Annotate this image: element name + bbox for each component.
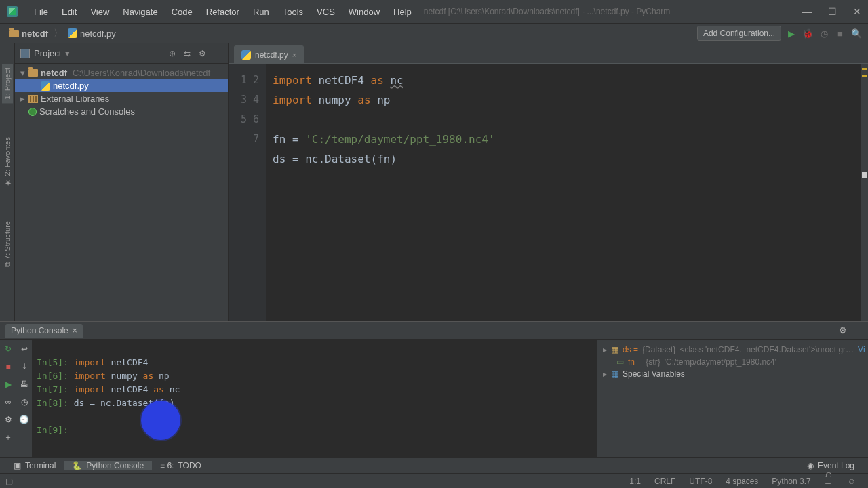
code-area[interactable]: import netCDF4 as nc import numpy as np …	[266, 64, 860, 321]
stop-icon[interactable]: ■	[834, 27, 846, 39]
tree-scratches[interactable]: Scratches and Consoles	[15, 105, 228, 118]
line-number-gutter: 1 2 3 4 5 6 7	[229, 64, 266, 321]
python-file-icon	[41, 81, 50, 91]
console-hide-icon[interactable]: —	[854, 325, 863, 336]
settings-icon[interactable]: ⚙	[3, 414, 14, 425]
warning-marker-icon[interactable]	[862, 75, 867, 77]
readonly-lock-icon[interactable]	[818, 476, 841, 486]
sidebar-favorites-tab[interactable]: ★ 2: Favorites	[3, 137, 12, 187]
sidebar-project-tab[interactable]: 1: Project	[2, 64, 13, 103]
menu-vcs[interactable]: VCS	[310, 7, 342, 17]
execute-icon[interactable]: ▶	[3, 379, 14, 390]
hide-icon[interactable]: —	[214, 49, 222, 58]
add-configuration-button[interactable]: Add Configuration...	[697, 26, 781, 41]
menu-bar: File Edit View Navigate Code Refactor Ru…	[0, 0, 868, 24]
variables-view[interactable]: ▸▦ ds = {Dataset} <class 'netCDF4._netCD…	[597, 340, 868, 457]
search-icon[interactable]: 🔍	[850, 27, 863, 39]
menu-view[interactable]: View	[83, 7, 116, 17]
bottom-tool-bar: ▣ Terminal 🐍 Python Console ≡ 6: TODO ◉ …	[0, 457, 868, 473]
window-minimize-icon[interactable]: —	[802, 6, 812, 17]
python-file-icon	[68, 28, 77, 38]
status-position[interactable]: 1:1	[623, 476, 648, 486]
window-close-icon[interactable]: ✕	[853, 6, 861, 17]
folder-icon	[28, 69, 38, 77]
close-tab-icon[interactable]: ×	[73, 326, 77, 336]
locate-icon[interactable]: ⊕	[169, 49, 176, 58]
status-indent[interactable]: 4 spaces	[719, 476, 765, 486]
dropdown-icon[interactable]: ▾	[65, 48, 70, 58]
editor-tab-bar: netcdf.py ×	[229, 43, 868, 64]
caret-marker-icon	[862, 172, 867, 178]
pycharm-icon	[7, 6, 18, 17]
breadcrumb-separator-icon: 〉	[54, 27, 62, 39]
nav-bar: netcdf 〉 netcdf.py Add Configuration... …	[0, 24, 868, 43]
tree-root[interactable]: ▾ netcdf C:\Users\Konrad\Downloads\netcd…	[15, 66, 228, 79]
editor-tab-netcdf[interactable]: netcdf.py ×	[234, 45, 304, 63]
menu-help[interactable]: Help	[387, 7, 418, 17]
debug-icon[interactable]: 🐞	[802, 27, 814, 39]
soft-wrap-icon[interactable]: ↩	[19, 344, 30, 354]
console-tab[interactable]: Python Console×	[5, 324, 83, 338]
scroll-end-icon[interactable]: ⤓	[19, 361, 30, 372]
tree-file-netcdf[interactable]: netcdf.py	[15, 79, 228, 92]
tab-todo[interactable]: ≡ 6: TODO	[152, 461, 210, 470]
console-gear-icon[interactable]: ⚙	[839, 325, 847, 336]
menu-navigate[interactable]: Navigate	[116, 7, 164, 17]
var-row-ds[interactable]: ▸▦ ds = {Dataset} <class 'netCDF4._netCD…	[600, 344, 865, 356]
print-icon[interactable]: 🖶	[19, 379, 30, 390]
attach-debugger-icon[interactable]: ∞	[3, 396, 14, 407]
project-view-icon	[20, 49, 30, 58]
python-console-panel: Python Console× ⚙ — ↻ ■ ▶ ∞ ⚙ ＋ ↩ ⤓ 🖶 ◷ …	[0, 321, 868, 457]
libraries-icon	[28, 95, 38, 103]
console-output[interactable]: In[5]: import netCDF4 In[6]: import nump…	[33, 340, 597, 457]
rerun-icon[interactable]: ↻	[3, 344, 14, 354]
folder-icon	[9, 30, 19, 37]
scratches-icon	[28, 108, 37, 116]
status-line-separator[interactable]: CRLF	[648, 476, 682, 486]
left-tool-stripe: 1: Project ★ 2: Favorites ⧉ 7: Structure	[0, 43, 15, 321]
breadcrumb-file[interactable]: netcdf.py	[64, 28, 120, 39]
window-maximize-icon[interactable]: ☐	[828, 6, 837, 17]
code-editor[interactable]: 1 2 3 4 5 6 7 import netCDF4 as nc impor…	[229, 64, 868, 321]
tab-terminal[interactable]: ▣ Terminal	[5, 461, 64, 470]
warning-marker-icon[interactable]	[862, 68, 867, 70]
coverage-icon[interactable]: ◷	[818, 27, 830, 39]
project-panel-title: Project	[34, 48, 61, 58]
new-console-icon[interactable]: ＋	[3, 432, 14, 443]
var-row-fn[interactable]: ▭ fn = {str} 'C:/temp/daymet/ppt_1980.nc…	[600, 356, 865, 368]
collapse-icon[interactable]: ⇆	[184, 49, 191, 58]
python-file-icon	[241, 50, 251, 60]
cursor-highlight-icon	[141, 401, 180, 440]
tree-external-libraries[interactable]: ▸ External Libraries	[15, 92, 228, 105]
stop-icon[interactable]: ■	[3, 361, 14, 372]
menu-edit[interactable]: Edit	[55, 7, 83, 17]
menu-tools[interactable]: Tools	[276, 7, 310, 17]
menu-file[interactable]: File	[27, 7, 55, 17]
menu-run[interactable]: Run	[246, 7, 276, 17]
menu-window[interactable]: Window	[342, 7, 387, 17]
history-icon[interactable]: ◷	[19, 396, 30, 407]
tab-python-console[interactable]: 🐍 Python Console	[64, 461, 152, 470]
event-log-button[interactable]: ◉ Event Log	[799, 461, 863, 470]
project-tool-window: Project ▾ ⊕ ⇆ ⚙ — ▾ netcdf C:\Users\Konr…	[15, 43, 229, 321]
status-interpreter[interactable]: Python 3.7	[765, 476, 817, 486]
sidebar-structure-tab[interactable]: ⧉ 7: Structure	[3, 221, 12, 267]
menu-refactor[interactable]: Refactor	[199, 7, 246, 17]
menu-code[interactable]: Code	[165, 7, 199, 17]
tool-windows-icon[interactable]: ▢	[5, 476, 13, 486]
inspector-icon[interactable]: ☺	[841, 476, 863, 486]
status-bar: ▢ 1:1 CRLF UTF-8 4 spaces Python 3.7 ☺	[0, 473, 868, 488]
browse-history-icon[interactable]: 🕘	[19, 414, 30, 425]
gear-icon[interactable]: ⚙	[199, 49, 206, 58]
var-row-special[interactable]: ▸▦ Special Variables	[600, 368, 865, 380]
title-context: netcdf [C:\Users\Konrad\Downloads\netcdf…	[424, 7, 671, 16]
run-icon[interactable]: ▶	[785, 27, 797, 39]
close-tab-icon[interactable]: ×	[292, 51, 296, 59]
breadcrumb-root[interactable]: netcdf	[5, 28, 52, 39]
status-encoding[interactable]: UTF-8	[682, 476, 719, 486]
error-stripe[interactable]	[860, 64, 868, 321]
